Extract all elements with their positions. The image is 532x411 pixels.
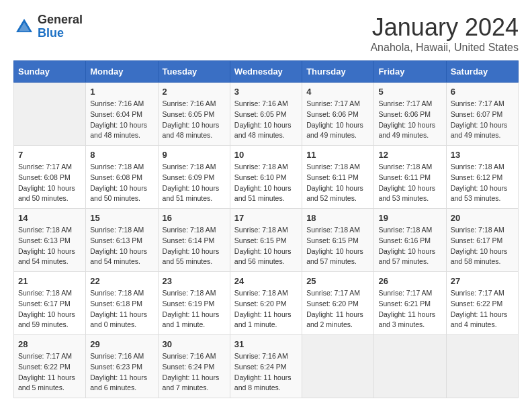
calendar-cell: 9Sunrise: 7:18 AMSunset: 6:09 PMDaylight… <box>158 146 230 209</box>
calendar-cell: 12Sunrise: 7:18 AMSunset: 6:11 PMDayligh… <box>374 146 446 209</box>
header-day-thursday: Thursday <box>302 61 374 83</box>
header-day-monday: Monday <box>86 61 158 83</box>
day-number: 28 <box>18 339 81 349</box>
logo: General Blue <box>13 13 83 40</box>
calendar-cell: 14Sunrise: 7:18 AMSunset: 6:13 PMDayligh… <box>14 209 86 272</box>
day-number: 27 <box>451 276 514 286</box>
calendar-cell: 15Sunrise: 7:18 AMSunset: 6:13 PMDayligh… <box>86 209 158 272</box>
day-info: Sunrise: 7:18 AMSunset: 6:11 PMDaylight:… <box>378 162 441 204</box>
day-number: 23 <box>163 276 226 286</box>
day-number: 26 <box>378 276 441 286</box>
calendar-cell: 5Sunrise: 7:17 AMSunset: 6:06 PMDaylight… <box>374 83 446 146</box>
day-info: Sunrise: 7:18 AMSunset: 6:17 PMDaylight:… <box>18 288 81 330</box>
month-title: January 2024 <box>370 13 519 42</box>
calendar-cell: 6Sunrise: 7:17 AMSunset: 6:07 PMDaylight… <box>446 83 518 146</box>
day-number: 20 <box>451 213 514 223</box>
calendar-cell: 3Sunrise: 7:16 AMSunset: 6:05 PMDaylight… <box>230 83 302 146</box>
day-info: Sunrise: 7:16 AMSunset: 6:24 PMDaylight:… <box>163 351 226 394</box>
calendar-cell <box>446 335 518 398</box>
day-info: Sunrise: 7:18 AMSunset: 6:15 PMDaylight:… <box>234 225 298 267</box>
day-number: 8 <box>90 150 153 160</box>
day-number: 11 <box>306 150 369 160</box>
day-number: 22 <box>90 276 153 286</box>
day-number: 5 <box>378 87 441 97</box>
header-day-friday: Friday <box>374 61 446 83</box>
day-info: Sunrise: 7:18 AMSunset: 6:11 PMDaylight:… <box>306 162 369 204</box>
calendar-cell: 7Sunrise: 7:17 AMSunset: 6:08 PMDaylight… <box>14 146 86 209</box>
day-number: 6 <box>451 87 514 97</box>
calendar-week-row: 1Sunrise: 7:16 AMSunset: 6:04 PMDaylight… <box>14 83 519 146</box>
day-info: Sunrise: 7:17 AMSunset: 6:21 PMDaylight:… <box>378 288 441 330</box>
day-info: Sunrise: 7:16 AMSunset: 6:24 PMDaylight:… <box>234 351 298 394</box>
day-number: 4 <box>306 87 369 97</box>
day-number: 19 <box>378 213 441 223</box>
calendar-cell: 8Sunrise: 7:18 AMSunset: 6:08 PMDaylight… <box>86 146 158 209</box>
calendar-cell: 16Sunrise: 7:18 AMSunset: 6:14 PMDayligh… <box>158 209 230 272</box>
calendar-cell: 27Sunrise: 7:17 AMSunset: 6:22 PMDayligh… <box>446 272 518 335</box>
day-number: 13 <box>451 150 514 160</box>
day-number: 7 <box>18 150 81 160</box>
day-number: 29 <box>90 339 153 349</box>
day-info: Sunrise: 7:18 AMSunset: 6:09 PMDaylight:… <box>163 162 226 204</box>
day-info: Sunrise: 7:17 AMSunset: 6:06 PMDaylight:… <box>378 99 441 141</box>
calendar-cell: 10Sunrise: 7:18 AMSunset: 6:10 PMDayligh… <box>230 146 302 209</box>
day-number: 3 <box>234 87 298 97</box>
day-info: Sunrise: 7:18 AMSunset: 6:13 PMDaylight:… <box>18 225 81 267</box>
calendar-cell <box>374 335 446 398</box>
calendar-cell: 13Sunrise: 7:18 AMSunset: 6:12 PMDayligh… <box>446 146 518 209</box>
day-info: Sunrise: 7:18 AMSunset: 6:13 PMDaylight:… <box>90 225 153 267</box>
day-info: Sunrise: 7:18 AMSunset: 6:20 PMDaylight:… <box>234 288 298 330</box>
day-info: Sunrise: 7:17 AMSunset: 6:22 PMDaylight:… <box>451 288 514 330</box>
calendar-cell: 17Sunrise: 7:18 AMSunset: 6:15 PMDayligh… <box>230 209 302 272</box>
day-number: 21 <box>18 276 81 286</box>
day-info: Sunrise: 7:16 AMSunset: 6:23 PMDaylight:… <box>90 351 153 394</box>
day-number: 15 <box>90 213 153 223</box>
calendar-cell: 25Sunrise: 7:17 AMSunset: 6:20 PMDayligh… <box>302 272 374 335</box>
day-number: 18 <box>306 213 369 223</box>
calendar-cell: 29Sunrise: 7:16 AMSunset: 6:23 PMDayligh… <box>86 335 158 398</box>
day-info: Sunrise: 7:18 AMSunset: 6:16 PMDaylight:… <box>378 225 441 267</box>
day-info: Sunrise: 7:18 AMSunset: 6:17 PMDaylight:… <box>451 225 514 267</box>
calendar-week-row: 7Sunrise: 7:17 AMSunset: 6:08 PMDaylight… <box>14 146 519 209</box>
header-day-tuesday: Tuesday <box>158 61 230 83</box>
logo-text: General Blue <box>38 13 83 40</box>
day-number: 16 <box>163 213 226 223</box>
calendar-table: SundayMondayTuesdayWednesdayThursdayFrid… <box>13 60 519 398</box>
day-info: Sunrise: 7:17 AMSunset: 6:22 PMDaylight:… <box>18 351 81 394</box>
calendar-cell: 1Sunrise: 7:16 AMSunset: 6:04 PMDaylight… <box>86 83 158 146</box>
day-number: 30 <box>163 339 226 349</box>
day-info: Sunrise: 7:18 AMSunset: 6:08 PMDaylight:… <box>90 162 153 204</box>
day-info: Sunrise: 7:17 AMSunset: 6:08 PMDaylight:… <box>18 162 81 204</box>
day-number: 25 <box>306 276 369 286</box>
day-number: 31 <box>234 339 298 349</box>
day-number: 14 <box>18 213 81 223</box>
location-title: Anahola, Hawaii, United States <box>370 42 519 54</box>
calendar-cell: 30Sunrise: 7:16 AMSunset: 6:24 PMDayligh… <box>158 335 230 398</box>
logo-icon <box>13 16 35 38</box>
day-number: 12 <box>378 150 441 160</box>
calendar-cell: 20Sunrise: 7:18 AMSunset: 6:17 PMDayligh… <box>446 209 518 272</box>
calendar-cell: 28Sunrise: 7:17 AMSunset: 6:22 PMDayligh… <box>14 335 86 398</box>
day-info: Sunrise: 7:17 AMSunset: 6:20 PMDaylight:… <box>306 288 369 330</box>
calendar-cell: 4Sunrise: 7:17 AMSunset: 6:06 PMDaylight… <box>302 83 374 146</box>
day-info: Sunrise: 7:17 AMSunset: 6:07 PMDaylight:… <box>451 99 514 141</box>
day-number: 9 <box>163 150 226 160</box>
calendar-cell: 21Sunrise: 7:18 AMSunset: 6:17 PMDayligh… <box>14 272 86 335</box>
calendar-week-row: 14Sunrise: 7:18 AMSunset: 6:13 PMDayligh… <box>14 209 519 272</box>
day-number: 10 <box>234 150 298 160</box>
calendar-cell: 26Sunrise: 7:17 AMSunset: 6:21 PMDayligh… <box>374 272 446 335</box>
calendar-week-row: 28Sunrise: 7:17 AMSunset: 6:22 PMDayligh… <box>14 335 519 398</box>
calendar-week-row: 21Sunrise: 7:18 AMSunset: 6:17 PMDayligh… <box>14 272 519 335</box>
day-number: 17 <box>234 213 298 223</box>
header-day-saturday: Saturday <box>446 61 518 83</box>
day-info: Sunrise: 7:18 AMSunset: 6:12 PMDaylight:… <box>451 162 514 204</box>
calendar-cell <box>14 83 86 146</box>
logo-general: General <box>38 13 83 27</box>
calendar-cell: 31Sunrise: 7:16 AMSunset: 6:24 PMDayligh… <box>230 335 302 398</box>
day-info: Sunrise: 7:18 AMSunset: 6:19 PMDaylight:… <box>163 288 226 330</box>
logo-blue: Blue <box>38 27 83 40</box>
calendar-header-row: SundayMondayTuesdayWednesdayThursdayFrid… <box>14 61 519 83</box>
day-number: 24 <box>234 276 298 286</box>
title-section: January 2024 Anahola, Hawaii, United Sta… <box>370 13 519 54</box>
calendar-cell <box>302 335 374 398</box>
